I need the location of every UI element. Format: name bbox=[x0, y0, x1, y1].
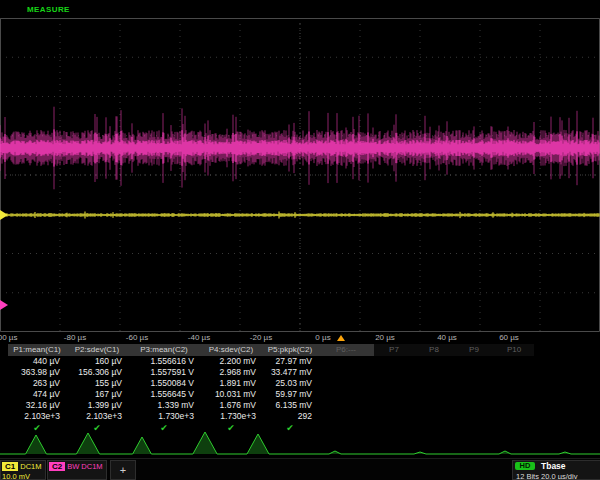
stat-value: 1.399 µV bbox=[66, 400, 128, 411]
stat-value: 474 µV bbox=[8, 389, 66, 400]
c1-trace bbox=[0, 212, 599, 219]
stat-value: 2.103e+3 bbox=[66, 411, 128, 422]
stat-value: 156.306 µV bbox=[66, 367, 128, 378]
channel-c2-descriptor[interactable]: C2 BW DC1M bbox=[47, 460, 107, 480]
c1-channel-tab[interactable]: C1 bbox=[2, 462, 18, 471]
stat-value: 440 µV bbox=[8, 356, 66, 367]
c1-volts-per-div: 10.0 mV bbox=[2, 472, 30, 480]
time-label: 40 µs bbox=[437, 333, 457, 342]
stat-value: 59.97 mV bbox=[262, 389, 318, 400]
param-header-p3[interactable]: P3:mean(C2) bbox=[128, 344, 200, 356]
add-trace-button[interactable]: + bbox=[110, 460, 136, 480]
trend-trace-svg bbox=[0, 430, 600, 458]
stat-value: 263 µV bbox=[8, 378, 66, 389]
param-header-p6[interactable]: P6:--- bbox=[318, 344, 374, 356]
oscilloscope-screen: MEASURE -100 µs -80 µs -60 µs -40 µs -20… bbox=[0, 0, 600, 480]
stat-value: 33.477 mV bbox=[262, 367, 318, 378]
stat-value: 25.03 mV bbox=[262, 378, 318, 389]
trigger-time-marker[interactable] bbox=[337, 335, 345, 341]
graticule-and-traces bbox=[0, 18, 600, 332]
time-label: -20 µs bbox=[250, 333, 272, 342]
param-header-p8[interactable]: P8 bbox=[414, 344, 454, 356]
stat-value: 27.97 mV bbox=[262, 356, 318, 367]
stat-row: 263 µV 155 µV 1.550084 V 1.891 mV 25.03 … bbox=[8, 378, 534, 389]
time-label: -80 µs bbox=[64, 333, 86, 342]
c1-coupling: DC1M bbox=[20, 462, 41, 471]
param-header-p9[interactable]: P9 bbox=[454, 344, 494, 356]
time-label: -60 µs bbox=[126, 333, 148, 342]
timebase-descriptor[interactable]: HD Tbase 12 Bits 20.0 µs/div bbox=[512, 460, 600, 480]
param-header-p7[interactable]: P7 bbox=[374, 344, 414, 356]
param-header-p2[interactable]: P2:sdev(C1) bbox=[66, 344, 128, 356]
channel-c1-descriptor[interactable]: C1 DC1M 10.0 mV bbox=[0, 460, 46, 480]
descriptor-bar: C1 DC1M 10.0 mV C2 BW DC1M + HD Tbase 12… bbox=[0, 458, 600, 480]
stat-value: 32.16 µV bbox=[8, 400, 66, 411]
time-label: 20 µs bbox=[375, 333, 395, 342]
c2-coupling: DC1M bbox=[81, 462, 102, 471]
param-header-p10[interactable]: P10 bbox=[494, 344, 534, 356]
trend-trace bbox=[0, 432, 600, 454]
stat-row: 32.16 µV 1.399 µV 1.339 mV 1.676 mV 6.13… bbox=[8, 400, 534, 411]
stat-value: 1.891 mV bbox=[200, 378, 262, 389]
stat-value: 2.103e+3 bbox=[8, 411, 66, 422]
stat-value: 1.730e+3 bbox=[128, 411, 200, 422]
stat-value: 1.556616 V bbox=[128, 356, 200, 367]
param-header-p1[interactable]: P1:mean(C1) bbox=[8, 344, 66, 356]
stat-value: 167 µV bbox=[66, 389, 128, 400]
stat-row: 440 µV 160 µV 1.556616 V 2.200 mV 27.97 … bbox=[8, 356, 534, 367]
stat-value: 1.550084 V bbox=[128, 378, 200, 389]
stat-value: 1.556645 V bbox=[128, 389, 200, 400]
stat-value: 1.730e+3 bbox=[200, 411, 262, 422]
measurement-table-header: P1:mean(C1) P2:sdev(C1) P3:mean(C2) P4:s… bbox=[8, 344, 534, 356]
measurement-table: P1:mean(C1) P2:sdev(C1) P3:mean(C2) P4:s… bbox=[8, 344, 534, 435]
stat-value: 1.676 mV bbox=[200, 400, 262, 411]
tbase-scale: 20.0 µs/div bbox=[541, 472, 600, 480]
c2-bandwidth-limit: BW bbox=[67, 462, 79, 471]
c1-level-marker[interactable] bbox=[0, 210, 8, 220]
stat-row: 2.103e+3 2.103e+3 1.730e+3 1.730e+3 292 bbox=[8, 411, 534, 422]
stat-value: 2.200 mV bbox=[200, 356, 262, 367]
status-label: MEASURE bbox=[27, 5, 70, 14]
stat-value: 363.98 µV bbox=[8, 367, 66, 378]
stat-row: 474 µV 167 µV 1.556645 V 10.031 mV 59.97… bbox=[8, 389, 534, 400]
time-label: 0 µs bbox=[315, 333, 330, 342]
stat-value: 1.557591 V bbox=[128, 367, 200, 378]
stat-value: 6.135 mV bbox=[262, 400, 318, 411]
stat-row: 363.98 µV 156.306 µV 1.557591 V 2.968 mV… bbox=[8, 367, 534, 378]
tbase-label: Tbase bbox=[541, 461, 600, 471]
hd-mode-badge: HD bbox=[515, 462, 535, 470]
stat-value: 155 µV bbox=[66, 378, 128, 389]
time-label: -100 µs bbox=[0, 333, 17, 342]
param-header-p5[interactable]: P5:pkpk(C2) bbox=[262, 344, 318, 356]
time-label: 60 µs bbox=[499, 333, 519, 342]
stat-value: 2.968 mV bbox=[200, 367, 262, 378]
time-label: -40 µs bbox=[188, 333, 210, 342]
tbase-bits: 12 Bits bbox=[513, 472, 541, 480]
c2-level-marker[interactable] bbox=[0, 300, 8, 310]
waveform-grid bbox=[0, 18, 600, 332]
stat-value: 160 µV bbox=[66, 356, 128, 367]
graticule-center-axes bbox=[0, 18, 600, 332]
top-bar: MEASURE bbox=[0, 0, 600, 18]
param-header-p4[interactable]: P4:sdev(C2) bbox=[200, 344, 262, 356]
stat-value: 292 bbox=[262, 411, 318, 422]
stat-value: 10.031 mV bbox=[200, 389, 262, 400]
c2-channel-tab[interactable]: C2 bbox=[49, 462, 65, 471]
stat-value: 1.339 mV bbox=[128, 400, 200, 411]
